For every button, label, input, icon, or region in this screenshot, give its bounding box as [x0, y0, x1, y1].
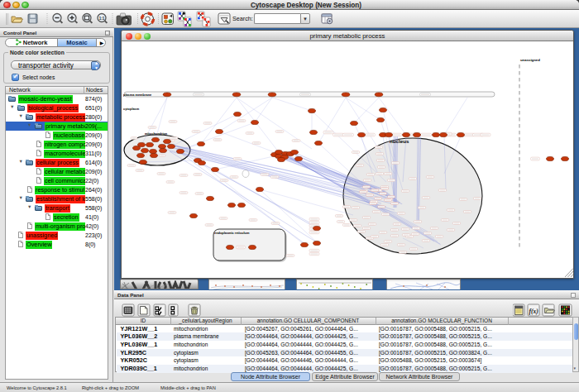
svg-text:mitochondrion: mitochondrion [145, 131, 168, 136]
svg-text:f(x): f(x) [529, 308, 539, 315]
svg-text:nucleus: nucleus [390, 138, 409, 144]
svg-text:endoplasmic reticulum: endoplasmic reticulum [214, 231, 250, 235]
svg-text:cytoplasm: cytoplasm [123, 107, 140, 111]
svg-text:unassigned: unassigned [520, 58, 540, 62]
svg-text:1:1: 1:1 [99, 17, 105, 21]
svg-text:plasma membrane: plasma membrane [123, 93, 152, 97]
